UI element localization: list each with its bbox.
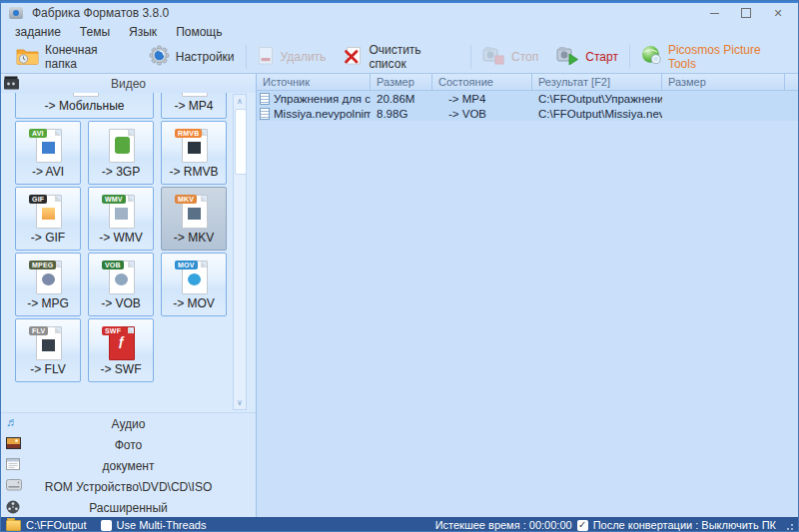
format-button-rmvb[interactable]: RMVB -> RMVB (161, 121, 227, 185)
minimize-button[interactable] (698, 3, 730, 23)
menu-item-help[interactable]: Помощь (170, 25, 235, 39)
toolbar-separator (246, 45, 247, 69)
mpg-file-icon: MPEG (33, 259, 63, 294)
flv-file-icon: FLV (33, 324, 63, 360)
remove-page-icon (258, 46, 275, 69)
format-button-flv[interactable]: FLV -> FLV (15, 318, 81, 382)
sidebar-section-advanced[interactable]: Расширенный (1, 497, 256, 518)
settings-label: Настройки (176, 50, 235, 64)
mobile-devices-icon (70, 93, 100, 97)
toolbar-separator (470, 45, 471, 69)
maximize-button[interactable] (730, 3, 762, 23)
format-button-wmv[interactable]: WMV -> WMV (88, 187, 154, 251)
stop-label: Стоп (511, 50, 538, 64)
task-source-cell: Missiya.nevypolnima.P... (257, 108, 371, 120)
format-button-mkv[interactable]: MKV -> MKV (161, 187, 227, 251)
task-row[interactable]: Missiya.nevypolnima.P... 8.98G -> VOB C:… (257, 106, 799, 121)
sidebar-section-rom[interactable]: ROM Устройство\DVD\CD\ISO (1, 476, 256, 497)
format-button-label: -> RMVB (169, 165, 218, 179)
column-header-filler (785, 74, 799, 90)
picosmos-label: Picosmos Picture Tools (668, 43, 789, 71)
task-source-cell: Упражнения для сот... (257, 93, 371, 105)
vob-file-icon: VOB (106, 259, 136, 294)
picosmos-globe-icon (641, 45, 662, 69)
menu-item-language[interactable]: Язык (123, 25, 170, 39)
format-button-label: -> WMV (99, 231, 143, 245)
stop-button: Стоп (473, 41, 547, 73)
column-header-size2[interactable]: Размер (662, 74, 785, 90)
sidebar-section-audio[interactable]: ♬ Аудио (1, 413, 256, 434)
window-controls: ✕ (698, 3, 794, 23)
dest-folder-button[interactable]: Конечная папка (7, 41, 140, 73)
format-button-gif[interactable]: GIF -> GIF (15, 187, 81, 251)
scroll-down-icon[interactable]: ∨ (234, 396, 246, 409)
sidebar-section-photo[interactable]: Фото (1, 434, 256, 455)
sidebar: Видео -> Мобильные -> MP4 AVI -> AVI -> … (1, 74, 257, 517)
avi-file-icon: AVI (33, 127, 63, 163)
column-header-state[interactable]: Состояние (432, 74, 532, 90)
multithreads-checkbox[interactable] (101, 520, 112, 531)
section-label: Аудио (112, 417, 146, 431)
task-list: Источник Размер Состояние Результат [F2]… (257, 74, 799, 517)
menu-item-task[interactable]: задание (9, 25, 74, 39)
format-button-label: -> FLV (30, 362, 65, 376)
resize-grip[interactable] (784, 521, 793, 530)
format-button-label: -> VOB (101, 296, 141, 310)
menubar: задание Темы Язык Помощь (1, 23, 798, 41)
statusbar: C:\FFOutput Use Multi-Threads Истекшее в… (1, 517, 798, 532)
format-button-mobile[interactable]: -> Мобильные (15, 93, 154, 119)
task-state-cell: -> MP4 (432, 93, 532, 105)
scroll-up-icon[interactable]: ∧ (234, 95, 246, 108)
close-button[interactable]: ✕ (762, 3, 794, 23)
photo-icon (6, 437, 21, 449)
format-button-mp4[interactable]: -> MP4 (161, 93, 227, 119)
format-button-avi[interactable]: AVI -> AVI (15, 121, 81, 185)
clear-list-label: Очистить список (369, 43, 459, 71)
column-header-source[interactable]: Источник (257, 74, 371, 90)
start-button[interactable]: Старт (547, 41, 627, 73)
toolbar: Конечная папка Настройки (1, 41, 798, 74)
rmvb-file-icon: RMVB (179, 127, 209, 163)
picosmos-button[interactable]: Picosmos Picture Tools (632, 41, 798, 73)
format-button-mpg[interactable]: MPEG -> MPG (15, 253, 81, 316)
clear-list-button[interactable]: Очистить список (335, 41, 468, 73)
mov-file-icon: MOV (179, 259, 209, 294)
section-label: документ (103, 459, 155, 473)
maximize-icon (741, 8, 751, 18)
format-button-3gp[interactable]: -> 3GP (88, 121, 154, 185)
column-header-size[interactable]: Размер (371, 74, 432, 90)
settings-button[interactable]: Настройки (140, 41, 244, 73)
disc-drive-icon (6, 479, 22, 491)
sidebar-scrollbar[interactable]: ∧ ∨ (233, 94, 247, 410)
start-icon (556, 46, 579, 68)
format-button-mov[interactable]: MOV -> MOV (161, 253, 227, 316)
close-icon: ✕ (773, 7, 782, 20)
scrollbar-thumb[interactable] (235, 109, 247, 175)
app-icon (9, 7, 23, 19)
swf-file-icon: SWF (106, 324, 136, 360)
shutdown-label: После конвертации : Выключить ПК (593, 519, 776, 531)
multithreads-label: Use Multi-Threads (117, 519, 207, 531)
elapsed-time-label: Истекшее время : 00:00:00 (435, 519, 572, 531)
menu-item-themes[interactable]: Темы (74, 25, 123, 39)
output-path-button[interactable]: C:\FFOutput (26, 519, 87, 531)
format-button-label: -> Мобильные (45, 99, 125, 113)
mkv-file-icon: MKV (179, 193, 209, 229)
output-folder-icon (6, 520, 21, 531)
titlebar: Фабрика Форматов 3.8.0 ✕ (1, 3, 798, 23)
start-label: Старт (585, 50, 618, 64)
task-row[interactable]: Упражнения для сот... 20.86M -> MP4 C:\F… (257, 91, 799, 106)
film-reel-icon (6, 500, 20, 514)
window-title: Фабрика Форматов 3.8.0 (32, 6, 169, 20)
format-button-swf[interactable]: SWF -> SWF (88, 318, 154, 382)
format-button-vob[interactable]: VOB -> VOB (88, 253, 154, 316)
gear-icon (149, 45, 170, 69)
column-header-result[interactable]: Результат [F2] (532, 74, 662, 90)
sidebar-section-document[interactable]: документ (1, 455, 256, 476)
mp4-file-icon (179, 93, 209, 97)
shutdown-checkbox[interactable]: ✓ (577, 520, 588, 531)
remove-button: Удалить (249, 41, 336, 73)
format-factory-window: Фабрика Форматов 3.8.0 ✕ задание Темы Яз… (0, 0, 799, 532)
document-icon (6, 458, 20, 470)
sidebar-section-video-header[interactable]: Видео (1, 74, 256, 94)
